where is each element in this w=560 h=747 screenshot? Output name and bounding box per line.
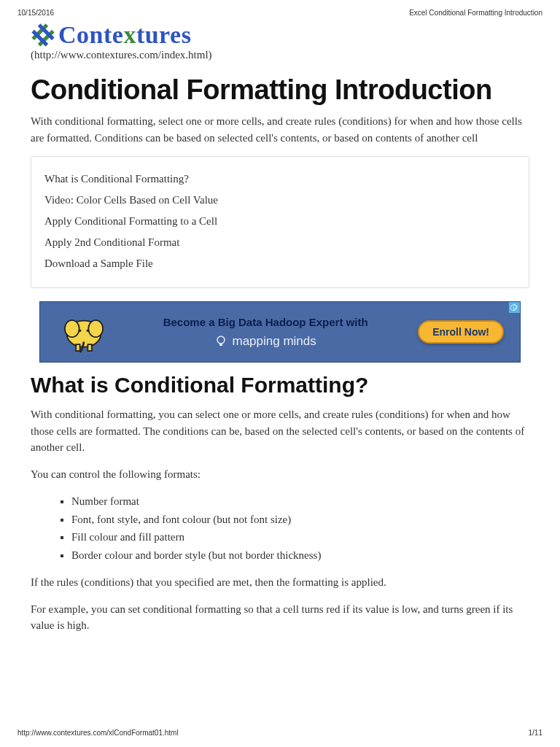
footer-page-number: 1/11 (529, 729, 542, 737)
ad-banner[interactable]: Become a Big Data Hadoop Expert with map… (39, 301, 521, 363)
toc-item[interactable]: Apply Conditional Formatting to a Cell (44, 211, 516, 232)
body-paragraph: You can control the following formats: (31, 466, 529, 483)
svg-rect-10 (88, 344, 91, 351)
body-paragraph: With conditional formatting, you can sel… (31, 406, 529, 456)
print-footer: http://www.contextures.com/xlCondFormat0… (18, 729, 542, 737)
toc-item[interactable]: What is Conditional Formatting? (44, 169, 516, 190)
ad-brand: mapping minds (113, 334, 418, 349)
svg-rect-9 (76, 344, 79, 351)
print-doc-title: Excel Conditional Formatting Introductio… (409, 9, 542, 17)
body-paragraph: For example, you can set conditional for… (31, 601, 529, 634)
logo-url-line: (http://www.contextures.com/index.html) (31, 49, 529, 61)
hadoop-elephant-icon (55, 306, 113, 357)
logo-area: Contextures (http://www.contextures.com/… (31, 21, 529, 61)
toc-item[interactable]: Apply 2nd Conditional Format (44, 232, 516, 253)
logo-text: Contextures (58, 21, 191, 49)
list-item: Number format (71, 492, 529, 511)
list-item: Font, font style, and font colour (but n… (71, 511, 529, 529)
hash-logo-icon (31, 23, 55, 47)
page-title: Conditional Formatting Introduction (31, 74, 529, 106)
toc-item[interactable]: Download a Sample File (44, 253, 516, 274)
toc-item[interactable]: Video: Color Cells Based on Cell Value (44, 190, 516, 211)
ad-text: Become a Big Data Hadoop Expert with map… (113, 316, 418, 349)
formats-list: Number format Font, font style, and font… (31, 492, 529, 564)
table-of-contents: What is Conditional Formatting? Video: C… (31, 156, 529, 288)
svg-point-6 (88, 320, 103, 337)
footer-url: http://www.contextures.com/xlCondFormat0… (18, 729, 179, 737)
print-header: 10/15/2016 Excel Conditional Formatting … (0, 0, 560, 20)
list-item: Fill colour and fill pattern (71, 528, 529, 546)
ad-headline: Become a Big Data Hadoop Expert with (113, 316, 418, 328)
svg-rect-12 (219, 344, 222, 346)
adchoices-icon[interactable] (509, 302, 520, 313)
svg-point-11 (217, 336, 225, 344)
logo-link[interactable]: Contextures (31, 21, 529, 49)
bulb-icon (214, 335, 228, 348)
list-item: Border colour and border style (but not … (71, 546, 529, 565)
svg-point-7 (79, 329, 82, 332)
body-paragraph: If the rules (conditions) that you speci… (31, 574, 529, 591)
page-intro: With conditional formatting, select one … (31, 113, 529, 146)
page-content: Contextures (http://www.contextures.com/… (0, 21, 560, 634)
print-date: 10/15/2016 (18, 9, 54, 17)
svg-point-5 (65, 320, 79, 337)
section-heading: What is Conditional Formatting? (31, 373, 529, 398)
svg-point-8 (87, 329, 90, 332)
enroll-button[interactable]: Enroll Now! (418, 320, 504, 344)
